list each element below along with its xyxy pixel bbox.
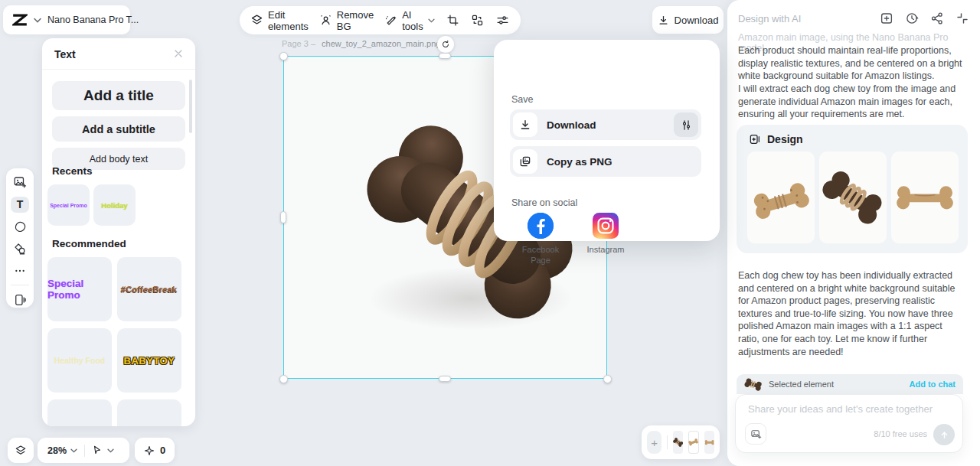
- zoom-level[interactable]: 28%: [47, 445, 67, 456]
- popup-download-button[interactable]: Download: [510, 109, 701, 140]
- recent-template-label: Special Promo: [50, 203, 87, 208]
- edit-elements-button[interactable]: Edit elements: [250, 9, 309, 32]
- chevron-down-icon: [428, 18, 435, 23]
- recommended-template[interactable]: [47, 399, 112, 426]
- elements-tool[interactable]: [11, 241, 29, 257]
- design-thumbnail-1[interactable]: [747, 152, 815, 243]
- rail-divider: [11, 285, 29, 285]
- page-label-row: Page 3 – chew_toy_2_amazon_main.png: [282, 39, 440, 48]
- design-card-title: Design: [767, 133, 803, 145]
- new-chat-icon[interactable]: [880, 11, 893, 25]
- app-logo-icon[interactable]: [12, 13, 28, 27]
- selection-handle-w[interactable]: [280, 211, 286, 223]
- regenerate-icon[interactable]: [437, 36, 454, 53]
- credits-count: 0: [160, 445, 165, 456]
- recommended-template[interactable]: [117, 399, 181, 426]
- copy-as-png-button[interactable]: Copy as PNG: [510, 146, 701, 177]
- cursor-icon[interactable]: [92, 445, 103, 456]
- page-thumbnail-3[interactable]: [704, 431, 714, 454]
- app-window: Nano Banana Pro T... Edit elements Remov…: [0, 0, 980, 466]
- text-tool[interactable]: T: [11, 197, 29, 213]
- recommended-template[interactable]: BABYTOY: [117, 328, 181, 393]
- selection-handle-sw[interactable]: [279, 375, 288, 383]
- copy-as-png-label: Copy as PNG: [547, 156, 698, 168]
- facebook-icon: [528, 213, 554, 239]
- add-subtitle-button[interactable]: Add a subtitle: [52, 116, 185, 142]
- page-number-label: Page 3 –: [282, 39, 315, 48]
- chevron-down-icon[interactable]: [107, 448, 114, 453]
- design-card: Design: [737, 125, 968, 253]
- remove-bg-label: Remove BG: [337, 9, 374, 32]
- instagram-share-button[interactable]: Instagram: [577, 213, 635, 255]
- selection-handle-nw[interactable]: [279, 52, 288, 60]
- pages-strip: +: [642, 425, 720, 459]
- close-icon[interactable]: [172, 47, 186, 61]
- page3-art: [704, 436, 714, 448]
- remove-bg-button[interactable]: Remove BG: [319, 9, 374, 32]
- recent-template[interactable]: Holiday: [93, 184, 136, 226]
- chevron-down-icon[interactable]: [34, 18, 41, 23]
- page1-art: [673, 436, 683, 448]
- crop-button[interactable]: [446, 11, 460, 31]
- download-icon: [658, 15, 669, 26]
- recent-template[interactable]: Special Promo: [47, 184, 90, 226]
- attach-image-button[interactable]: [745, 423, 766, 445]
- template-label: #CoffeeBreak: [121, 285, 177, 294]
- add-image-tool[interactable]: [11, 174, 29, 191]
- recommended-template[interactable]: Special Promo: [47, 257, 112, 321]
- zoom-controls: 28%: [38, 438, 129, 463]
- toy2-art: [822, 163, 884, 232]
- design-thumbnail-3[interactable]: [891, 152, 959, 243]
- layers-panel-button[interactable]: [8, 438, 34, 463]
- recommended-template[interactable]: Healthy Food: [47, 328, 112, 393]
- recent-template-label: Holiday: [101, 201, 127, 210]
- share-icon[interactable]: [930, 11, 944, 25]
- adjust-sliders-button[interactable]: [495, 11, 510, 31]
- page-thumbnail-2[interactable]: [688, 431, 698, 454]
- shape-tool[interactable]: [11, 219, 29, 235]
- template-label: BABYTOY: [124, 355, 175, 367]
- toy1-art: [750, 171, 812, 224]
- send-button[interactable]: [933, 424, 955, 445]
- resize-button[interactable]: [470, 11, 485, 31]
- mockup-tool[interactable]: [11, 292, 29, 308]
- download-button[interactable]: Download: [652, 6, 724, 34]
- page-thumbnail-1[interactable]: [673, 431, 683, 454]
- facebook-label: Facebook Page: [511, 244, 570, 266]
- recommended-heading: Recommended: [52, 238, 126, 249]
- history-icon[interactable]: [905, 11, 919, 25]
- toy3-art: [894, 176, 956, 219]
- collapse-panel-icon[interactable]: [956, 11, 969, 25]
- popup-download-label: Download: [547, 119, 665, 131]
- panel-divider: [42, 69, 195, 70]
- main-toolbar: Edit elements Remove BG AI tools: [240, 6, 521, 34]
- strip-divider: [667, 435, 668, 449]
- design-icon: [749, 133, 761, 145]
- chat-input[interactable]: [748, 403, 947, 415]
- selection-handle-se[interactable]: [603, 375, 612, 383]
- add-to-chat-button[interactable]: Add to chat: [910, 380, 956, 389]
- edit-elements-label: Edit elements: [268, 9, 309, 32]
- text-panel-title: Text: [54, 48, 76, 60]
- chevron-down-icon[interactable]: [70, 448, 77, 453]
- panel-scrollbar[interactable]: [189, 80, 192, 133]
- selection-handle-n[interactable]: [439, 53, 451, 59]
- facebook-share-button[interactable]: Facebook Page: [511, 213, 570, 266]
- ai-message-paragraph: Each dog chew toy has been individually …: [738, 269, 963, 358]
- ai-panel: Design with AI Amazon main image, using …: [727, 0, 980, 466]
- download-label: Download: [675, 15, 719, 26]
- download-icon: [513, 112, 537, 137]
- ai-tools-button[interactable]: AI tools: [384, 9, 434, 32]
- recommended-template[interactable]: #CoffeeBreak: [117, 257, 181, 321]
- design-thumbnail-2[interactable]: [819, 152, 887, 243]
- selection-handle-s[interactable]: [439, 376, 451, 382]
- more-tools-button[interactable]: [11, 262, 29, 279]
- add-title-button[interactable]: Add a title: [52, 81, 185, 110]
- credits-counter[interactable]: 0: [135, 438, 175, 463]
- share-on-social-heading: Share on social: [511, 197, 577, 208]
- download-settings-button[interactable]: [674, 112, 698, 137]
- add-page-button[interactable]: +: [647, 431, 662, 454]
- document-pill[interactable]: Nano Banana Pro T...: [3, 5, 130, 34]
- sparkle-icon: [144, 445, 155, 456]
- instagram-label: Instagram: [587, 244, 625, 255]
